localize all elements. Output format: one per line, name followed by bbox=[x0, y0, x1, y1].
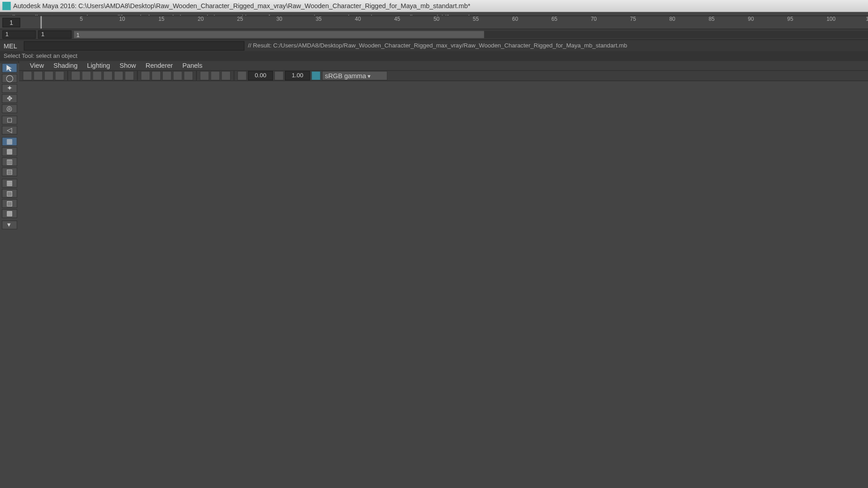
panel-field-chart-icon[interactable] bbox=[114, 71, 123, 80]
panel-resolution-gate-icon[interactable] bbox=[92, 71, 102, 80]
panel-exposure-value[interactable]: 0.00 bbox=[248, 71, 273, 80]
command-line: MEL // Result: C:/Users/AMDA8/Desktop/Ra… bbox=[0, 39, 868, 51]
time-tick: 30 bbox=[276, 16, 282, 22]
expand-tool-icon[interactable]: ▾ bbox=[1, 221, 17, 230]
panel-gamma-icon[interactable] bbox=[274, 71, 284, 80]
panel-gate-mask-icon[interactable] bbox=[103, 71, 113, 80]
layout-custom2-icon[interactable]: ▧ bbox=[1, 189, 17, 198]
scale-tool[interactable]: ◻ bbox=[1, 116, 17, 125]
help-line: Select Tool: select an object bbox=[0, 51, 868, 61]
panel-menu-panels[interactable]: Panels bbox=[178, 61, 207, 70]
time-tick: 105 bbox=[866, 16, 868, 22]
range-start-field[interactable]: 1 bbox=[2, 30, 36, 38]
time-tick: 25 bbox=[237, 16, 243, 22]
time-tick: 90 bbox=[748, 16, 754, 22]
time-tick: 80 bbox=[670, 16, 675, 22]
command-result: // Result: C:/Users/AMDA8/Desktop/Raw_Wo… bbox=[245, 42, 868, 49]
paint-select-tool[interactable]: ✦ bbox=[1, 84, 17, 93]
time-tick: 15 bbox=[158, 16, 164, 22]
panel-lights-icon[interactable] bbox=[173, 71, 182, 80]
panel-xray-joints-icon[interactable] bbox=[221, 71, 231, 80]
rotate-tool[interactable]: ◎ bbox=[1, 104, 17, 113]
command-input[interactable] bbox=[24, 41, 245, 50]
time-tick: 40 bbox=[355, 16, 361, 22]
time-tick: 35 bbox=[316, 16, 321, 22]
time-tick: 85 bbox=[708, 16, 714, 22]
time-tick: 60 bbox=[512, 16, 518, 22]
layout-two-icon[interactable]: ▥ bbox=[1, 157, 17, 166]
layout-custom1-icon[interactable]: ▦ bbox=[1, 179, 17, 188]
panel-textured-icon[interactable] bbox=[162, 71, 172, 80]
time-slider[interactable]: 1 51015202530354045505560657075808590951… bbox=[0, 15, 868, 28]
time-tick: 20 bbox=[198, 16, 203, 22]
time-tick: 70 bbox=[591, 16, 597, 22]
panel-shadows-icon[interactable] bbox=[184, 71, 193, 80]
panel-menu-renderer[interactable]: Renderer bbox=[141, 61, 178, 70]
layout-custom4-icon[interactable]: ▩ bbox=[1, 209, 17, 218]
panel-select-camera-icon[interactable] bbox=[23, 71, 32, 80]
layout-custom3-icon[interactable]: ▨ bbox=[1, 199, 17, 208]
time-tick: 45 bbox=[394, 16, 400, 22]
panel-gamma-value[interactable]: 1.00 bbox=[285, 71, 310, 80]
time-tick: 55 bbox=[473, 16, 479, 22]
panel-menu-show[interactable]: Show bbox=[115, 61, 141, 70]
time-tick: 5 bbox=[80, 16, 83, 22]
time-cursor[interactable] bbox=[41, 16, 42, 29]
panel-2d-pan-icon[interactable] bbox=[55, 71, 64, 80]
window-titlebar: Autodesk Maya 2016: C:\Users\AMDA8\Deskt… bbox=[0, 0, 868, 12]
time-tick: 50 bbox=[434, 16, 439, 22]
panel-menu-bar: ViewShadingLightingShowRendererPanels bbox=[19, 61, 868, 71]
panel-colorspace-icon[interactable] bbox=[311, 71, 321, 80]
window-title: Autodesk Maya 2016: C:\Users\AMDA8\Deskt… bbox=[13, 2, 868, 9]
panel-exposure-icon[interactable] bbox=[237, 71, 247, 80]
panel-colorspace-dropdown[interactable]: sRGB gamma ▾ bbox=[322, 71, 387, 80]
range-slider-track[interactable]: 1 120 bbox=[74, 31, 868, 38]
panel-bookmark-icon[interactable] bbox=[33, 71, 43, 80]
tool-box: ◯ ✦ ✥ ◎ ◻ ◁ ▦ ▩ ▥ ▤ ▦ ▧ ▨ ▩ ▾ bbox=[0, 61, 19, 63]
time-tick: 65 bbox=[552, 16, 557, 22]
time-tick: 95 bbox=[787, 16, 793, 22]
panel-grid-icon[interactable] bbox=[71, 71, 80, 80]
layout-single-icon[interactable]: ▦ bbox=[1, 137, 17, 146]
maya-app-icon bbox=[2, 2, 10, 10]
panel-menu-lighting[interactable]: Lighting bbox=[82, 61, 115, 70]
time-tick: 10 bbox=[119, 16, 125, 22]
panel-menu-shading[interactable]: Shading bbox=[49, 61, 82, 70]
mel-label[interactable]: MEL bbox=[0, 42, 24, 49]
panel-film-gate-icon[interactable] bbox=[82, 71, 91, 80]
panel-xray-icon[interactable] bbox=[210, 71, 220, 80]
layout-three-icon[interactable]: ▤ bbox=[1, 168, 17, 177]
panel-safe-action-icon[interactable] bbox=[125, 71, 134, 80]
panel-shaded-icon[interactable] bbox=[151, 71, 161, 80]
range-slider: 1 1 1 120 120 200 No Anim Layer No Chara… bbox=[0, 28, 868, 39]
last-tool[interactable]: ◁ bbox=[1, 126, 17, 135]
panel-toolbar: 0.00 1.00 sRGB gamma ▾ bbox=[19, 71, 868, 81]
select-tool[interactable] bbox=[1, 63, 17, 73]
layout-four-icon[interactable]: ▩ bbox=[1, 147, 17, 156]
time-start-frame[interactable]: 1 bbox=[2, 18, 20, 28]
time-tick: 75 bbox=[630, 16, 636, 22]
lasso-tool[interactable]: ◯ bbox=[1, 74, 17, 83]
range-inner-start-field[interactable]: 1 bbox=[38, 30, 71, 38]
panel-menu-view[interactable]: View bbox=[25, 61, 48, 70]
panel-wireframe-icon[interactable] bbox=[141, 71, 150, 80]
move-tool[interactable]: ✥ bbox=[1, 94, 17, 103]
panel-isolate-icon[interactable] bbox=[200, 71, 209, 80]
time-tick: 100 bbox=[826, 16, 835, 22]
range-slider-thumb[interactable]: 1 bbox=[74, 31, 484, 38]
panel-image-plane-icon[interactable] bbox=[44, 71, 54, 80]
